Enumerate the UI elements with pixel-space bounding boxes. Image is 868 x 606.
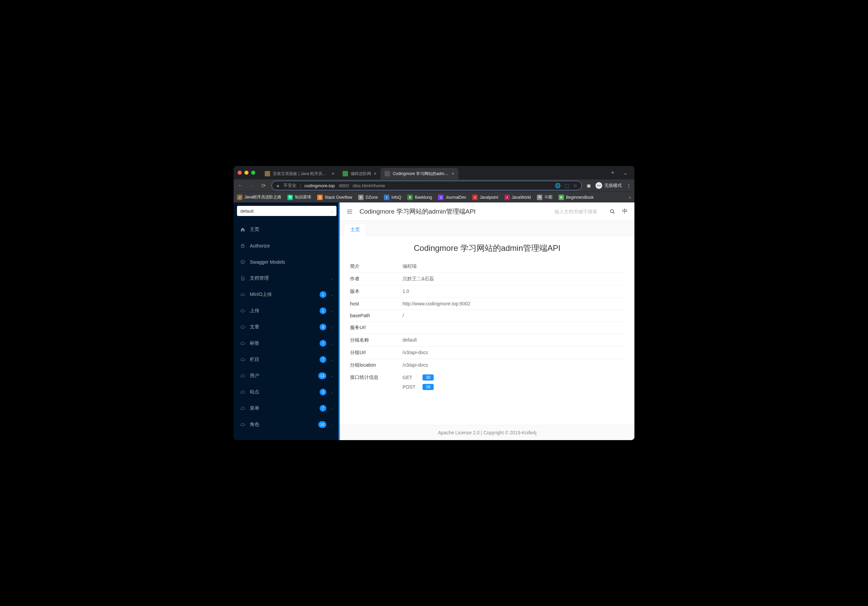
reload-button[interactable]: ⟳ [260,183,267,189]
bookmark-icon: 知 [287,195,293,200]
info-key: 服务Url [350,325,403,331]
incognito-icon: 👓 [595,182,602,189]
collapse-sidebar-button[interactable] [347,209,353,215]
sidebar-item[interactable]: 上传1⌄ [234,303,340,319]
bookmark-item[interactable]: 斗斗图 [537,194,552,200]
doc-icon [240,276,246,281]
sidebar-item[interactable]: Swagger Models [234,254,340,270]
sidebar-item[interactable]: 角色10⌄ [234,417,340,432]
chevron-down-icon: ⌄ [330,423,333,426]
forward-button[interactable]: → [248,183,255,189]
page-title: Codingmore 学习网站的admin管理端API [350,243,624,254]
sidebar-item[interactable]: 文章9⌄ [234,319,340,335]
close-tab-icon[interactable]: × [374,171,377,177]
address-icons: 🌐 ⬚ ☆ [555,183,578,188]
chevron-down-icon: ⌄ [330,325,333,329]
stat-method: GET [403,375,418,380]
browser-tab[interactable]: 安装宝塔面板 | Java 程序员进阶 × [261,168,338,180]
svg-point-1 [611,209,614,212]
stat-count-badge: 30 [423,374,434,381]
menu-button[interactable]: ⋮ [627,183,631,188]
url-path: /doc.html#/home [352,183,385,188]
close-tab-icon[interactable]: × [452,171,454,177]
sidebar-item[interactable]: MinIO上传1⌄ [234,287,340,303]
back-button[interactable]: ← [237,183,244,189]
group-select[interactable]: default ⌄ [237,206,336,216]
bookmark-label: Stack Overflow [325,195,352,200]
favicon-icon [265,171,270,177]
group-select-value: default [240,209,254,214]
chevron-down-icon: ⌄ [330,309,333,313]
footer: Apache License 2.0 | Copyright © 2019-Kn… [340,425,634,440]
separator: | [300,183,301,188]
bookmark-item[interactable]: DDZone [358,195,378,200]
sidebar-item-label: 主页 [250,226,333,232]
sidebar-item-label: 站点 [250,389,316,395]
bookmark-item[interactable]: BBaeldung [407,195,432,200]
chevron-down-icon: ⌄ [330,342,333,345]
bookmark-item[interactable]: JJavaWorld [504,195,531,200]
info-row: 分组location /v3/api-docs [350,359,624,371]
bookmark-icon: I [384,195,389,200]
close-window-button[interactable] [238,170,242,175]
tab-home[interactable]: 主页 [344,224,366,236]
insecure-icon: ▲ [276,183,280,188]
stat-count-badge: 38 [423,384,434,390]
count-badge: 9 [319,324,326,330]
bookmark-item[interactable]: JJavatpoint [472,195,498,200]
address-bar[interactable]: ▲ 不安全 | codingmore.top:9002/doc.html#/ho… [271,181,582,190]
sidebar-menu: 主页 Authorize Swagger Models 文档管理⌄ MinIO上… [234,219,340,440]
bookmark-label: JavaWorld [512,195,531,200]
bookmark-item[interactable]: JJava程序员进阶之路 [237,194,281,200]
bookmark-label: 斗图 [544,194,552,200]
bookmark-item[interactable]: JJournalDev [438,195,466,200]
bookmark-item[interactable]: IInfoQ [384,195,401,200]
stats-label: 接口统计信息 [350,374,403,394]
gtranslate-icon[interactable]: ⬚ [565,183,569,188]
info-value: http://www.codingmore.top:9002 [403,301,624,306]
sidebar-item[interactable]: 站点3⌄ [234,384,340,400]
sidebar-item[interactable]: 栏目7⌄ [234,352,340,368]
sidebar-item[interactable]: Authorize [234,238,340,254]
info-row: 简介 编程喵 [350,260,624,273]
search-icon[interactable] [609,209,615,215]
language-toggle[interactable]: 中 [622,208,628,215]
doc-search-input[interactable] [555,209,605,214]
bookmarks-overflow-icon[interactable]: » [629,195,631,200]
info-value: /v3/api-docs [403,350,624,356]
chevron-down-icon: ⌄ [330,293,333,296]
count-badge: 7 [319,340,326,347]
stat-method: POST [403,384,418,390]
cloud-icon [240,325,246,329]
sidebar-item[interactable]: 用户13⌄ [234,368,340,384]
address-bar-row: ← → ⟳ ▲ 不安全 | codingmore.top:9002/doc.ht… [234,180,634,192]
chevron-down-icon: ⌄ [330,358,333,361]
minimize-window-button[interactable] [245,170,248,175]
new-tab-button[interactable]: + [607,169,618,177]
extensions-icon[interactable]: ▣ [587,183,591,188]
browser-tab[interactable]: Codingmore 学习网站的admin管 × [381,168,458,180]
sidebar-item[interactable]: 文档管理⌄ [234,270,340,287]
sidebar-item[interactable]: 标签7⌄ [234,335,340,352]
tabs-overflow-button[interactable]: ⌄ [620,170,630,176]
stat-row: POST 38 [403,384,624,390]
maximize-window-button[interactable] [251,170,255,175]
sidebar-item-label: 文档管理 [250,275,326,281]
close-tab-icon[interactable]: × [332,171,335,177]
sidebar-item-label: 角色 [250,422,314,428]
bookmark-item[interactable]: SStack Overflow [317,195,352,200]
bookmark-label: BeginnersBook [566,195,594,200]
count-badge: 7 [319,405,326,412]
sidebar-item[interactable]: 菜单7⌄ [234,400,340,417]
incognito-indicator[interactable]: 👓 无痕模式 [595,182,622,189]
chevron-down-icon: ⌄ [330,391,333,394]
sidebar-item[interactable]: 主页 [234,222,340,238]
titlebar: 安装宝塔面板 | Java 程序员进阶 × 编程进阶网 × Codingmore… [234,166,634,180]
browser-tab[interactable]: 编程进阶网 × [338,168,381,180]
bookmark-item[interactable]: 知知识星球 [287,194,311,200]
bookmark-star-icon[interactable]: ☆ [573,183,578,188]
count-badge: 3 [319,389,326,395]
bookmark-item[interactable]: BBeginnersBook [559,195,594,200]
translate-icon[interactable]: 🌐 [555,183,561,188]
count-badge: 10 [318,421,326,428]
